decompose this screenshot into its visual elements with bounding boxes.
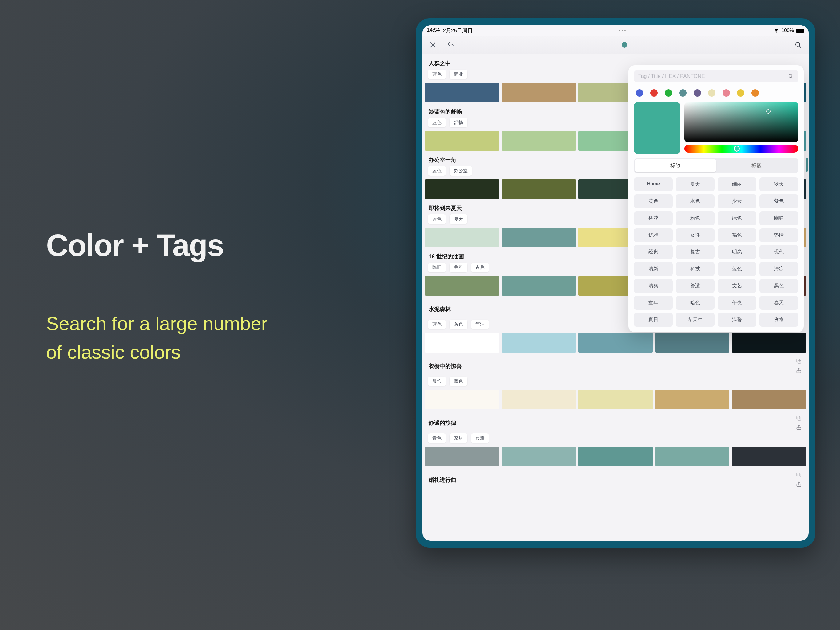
tag-蓝色[interactable]: 蓝色 <box>718 262 756 276</box>
color-swatch[interactable] <box>502 83 576 103</box>
preset-dot-8[interactable] <box>752 89 759 97</box>
palette-tag[interactable]: 夏天 <box>450 214 467 224</box>
color-swatch[interactable] <box>732 333 806 353</box>
color-swatch[interactable] <box>425 276 499 296</box>
palette-tag[interactable]: 典雅 <box>450 263 467 272</box>
tag-褐色[interactable]: 褐色 <box>718 228 756 242</box>
tag-明亮[interactable]: 明亮 <box>718 245 756 259</box>
seg-tab-tags[interactable]: 标签 <box>635 159 716 172</box>
tag-幽静[interactable]: 幽静 <box>759 211 798 225</box>
color-swatch[interactable] <box>425 228 499 247</box>
palette-tag[interactable]: 办公室 <box>450 166 472 176</box>
palette-tag[interactable]: 蓝色 <box>428 118 446 127</box>
tag-清新[interactable]: 清新 <box>634 262 673 276</box>
palette-tag[interactable]: 家居 <box>450 434 467 443</box>
tag-现代[interactable]: 现代 <box>759 245 798 259</box>
color-swatch[interactable] <box>655 333 729 353</box>
palette-tag[interactable]: 服饰 <box>428 377 446 386</box>
hue-slider[interactable] <box>684 144 798 153</box>
tag-Home[interactable]: Home <box>634 177 673 192</box>
tag-清爽[interactable]: 清爽 <box>634 279 673 293</box>
undo-icon[interactable] <box>447 41 455 49</box>
color-swatch[interactable] <box>502 446 576 466</box>
tag-冬天生[interactable]: 冬天生 <box>676 313 715 327</box>
color-swatch[interactable] <box>502 131 576 151</box>
tag-复古[interactable]: 复古 <box>676 245 715 259</box>
palette-tag[interactable]: 青色 <box>428 434 446 443</box>
color-swatch[interactable] <box>502 228 576 247</box>
close-icon[interactable] <box>429 41 437 49</box>
search-icon[interactable] <box>788 73 794 79</box>
multitask-dots[interactable]: ••• <box>472 28 773 33</box>
preset-dot-1[interactable] <box>650 89 658 97</box>
share-icon[interactable] <box>796 481 802 488</box>
tag-绚丽[interactable]: 绚丽 <box>718 177 756 192</box>
palette-tag[interactable]: 舒畅 <box>450 118 467 127</box>
palette-tag[interactable]: 灰色 <box>450 320 467 329</box>
color-swatch[interactable] <box>425 333 499 353</box>
color-swatch[interactable] <box>578 446 653 466</box>
tag-粉色[interactable]: 粉色 <box>676 211 715 225</box>
preset-dot-4[interactable] <box>694 89 701 97</box>
tag-桃花[interactable]: 桃花 <box>634 211 673 225</box>
current-color-dot[interactable] <box>622 42 627 47</box>
color-swatch[interactable] <box>425 446 499 466</box>
palette-tag[interactable]: 蓝色 <box>428 70 446 79</box>
sv-cursor[interactable] <box>766 109 771 114</box>
preset-dot-0[interactable] <box>636 89 643 97</box>
palette-tag[interactable]: 蓝色 <box>428 166 446 176</box>
tag-优雅[interactable]: 优雅 <box>634 228 673 242</box>
color-swatch[interactable] <box>502 179 576 199</box>
tag-热情[interactable]: 热情 <box>759 228 798 242</box>
color-swatch[interactable] <box>732 446 806 466</box>
tag-暗色[interactable]: 暗色 <box>676 296 715 310</box>
palette-tag[interactable]: 蓝色 <box>450 377 467 386</box>
tag-夏天[interactable]: 夏天 <box>676 177 715 192</box>
color-swatch[interactable] <box>425 179 499 199</box>
tag-黄色[interactable]: 黄色 <box>634 195 673 208</box>
color-swatch[interactable] <box>732 390 806 410</box>
sv-picker[interactable] <box>684 102 798 142</box>
color-swatch[interactable] <box>425 131 499 151</box>
tag-绿色[interactable]: 绿色 <box>718 211 756 225</box>
color-swatch[interactable] <box>578 390 653 410</box>
preset-dot-5[interactable] <box>708 89 715 97</box>
preset-dot-3[interactable] <box>679 89 687 97</box>
tag-温馨[interactable]: 温馨 <box>718 313 756 327</box>
tag-夏日[interactable]: 夏日 <box>634 313 673 327</box>
preset-dot-2[interactable] <box>665 89 672 97</box>
tag-紫色[interactable]: 紫色 <box>759 195 798 208</box>
color-swatch[interactable] <box>502 390 576 410</box>
segmented-control[interactable]: 标签 标题 <box>634 158 798 173</box>
palette-tag[interactable]: 陈旧 <box>428 263 446 272</box>
scrollbar-thumb[interactable] <box>805 157 808 172</box>
palette-tag[interactable]: 简洁 <box>471 320 489 329</box>
copy-icon[interactable] <box>796 358 802 365</box>
search-field[interactable] <box>634 70 798 82</box>
search-icon[interactable] <box>794 41 802 49</box>
tag-女性[interactable]: 女性 <box>676 228 715 242</box>
tag-少女[interactable]: 少女 <box>718 195 756 208</box>
color-swatch[interactable] <box>655 390 729 410</box>
tag-食物[interactable]: 食物 <box>759 313 798 327</box>
share-icon[interactable] <box>796 367 802 374</box>
copy-icon[interactable] <box>796 415 802 422</box>
seg-tab-titles[interactable]: 标题 <box>716 159 797 172</box>
color-swatch[interactable] <box>502 276 576 296</box>
palette-tag[interactable]: 商业 <box>450 70 467 79</box>
tag-春天[interactable]: 春天 <box>759 296 798 310</box>
tag-水色[interactable]: 水色 <box>676 195 715 208</box>
tag-文艺[interactable]: 文艺 <box>718 279 756 293</box>
tag-午夜[interactable]: 午夜 <box>718 296 756 310</box>
color-swatch[interactable] <box>502 333 576 353</box>
tag-秋天[interactable]: 秋天 <box>759 177 798 192</box>
tag-科技[interactable]: 科技 <box>676 262 715 276</box>
hue-cursor[interactable] <box>734 146 740 152</box>
color-swatch[interactable] <box>425 390 499 410</box>
tag-黑色[interactable]: 黑色 <box>759 279 798 293</box>
palette-tag[interactable]: 蓝色 <box>428 214 446 224</box>
share-icon[interactable] <box>796 424 802 431</box>
tag-清凉[interactable]: 清凉 <box>759 262 798 276</box>
preset-dot-7[interactable] <box>737 89 744 97</box>
tag-舒适[interactable]: 舒适 <box>676 279 715 293</box>
